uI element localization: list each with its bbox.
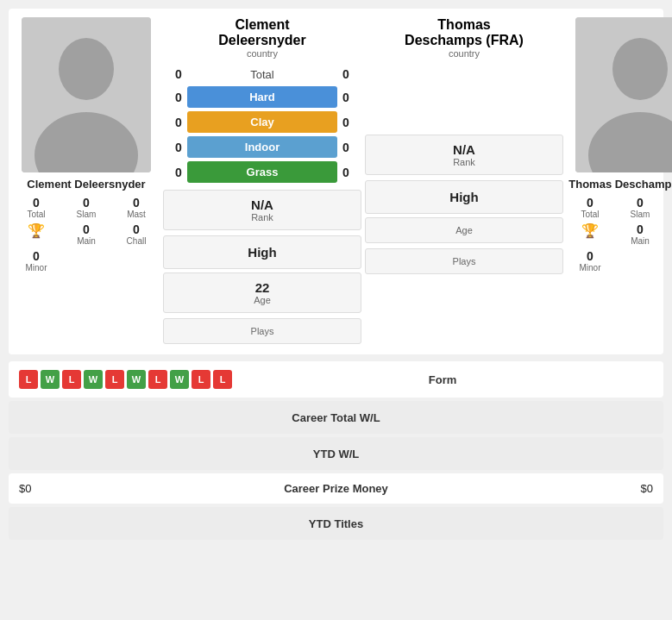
player1-high-block: High: [163, 235, 361, 269]
player1-minor-cell: 0 Minor: [13, 249, 60, 272]
player2-plays-block: Plays: [365, 248, 563, 274]
total-label: Total: [187, 68, 337, 81]
player1-avatar: [22, 17, 151, 172]
player2-info-blocks: N/A Rank: [365, 133, 563, 177]
player1-mast-label: Mast: [127, 210, 146, 219]
player2-header: ThomasDeschamps (FRA) country: [365, 17, 563, 59]
form-badge-l: L: [19, 370, 38, 389]
player1-total-value: 0: [33, 196, 40, 210]
svg-point-4: [612, 38, 668, 100]
form-badge-l: L: [148, 370, 167, 389]
player1-card: Clement Deleersnyder 0 Total 0 Slam 0 Ma…: [13, 17, 160, 346]
player2-rank-value: N/A: [373, 142, 556, 157]
player1-slam-value: 0: [83, 196, 90, 210]
form-badge-l: L: [62, 370, 81, 389]
hard-right: 0: [337, 91, 355, 104]
player1-age-block: 22 Age: [163, 272, 361, 313]
player2-chall-cell: 0 Chall: [667, 222, 672, 246]
total-row: 0 Total 0: [163, 64, 361, 85]
form-badge-w: W: [170, 370, 189, 389]
player1-total-cell: 0 Total: [13, 196, 60, 219]
comparison-section: Clement Deleersnyder 0 Total 0 Slam 0 Ma…: [9, 9, 663, 354]
ytd-titles-section: YTD Titles: [9, 507, 663, 540]
ytd-wl-section: YTD W/L: [9, 437, 663, 470]
form-badge-l: L: [192, 370, 210, 389]
player1-mast-cell: 0 Mast: [113, 196, 160, 219]
grass-right: 0: [337, 166, 355, 179]
player2-mast-cell: 0 Mast: [667, 196, 672, 219]
career-prize-section: $0 Career Prize Money $0: [9, 473, 663, 504]
player2-total-value: 0: [587, 196, 593, 210]
clay-right: 0: [337, 116, 355, 129]
player1-plays-label: Plays: [171, 326, 354, 336]
player1-country-label: country: [163, 48, 361, 59]
player2-slam-value: 0: [637, 196, 644, 210]
player1-prize: $0: [19, 482, 31, 495]
player2-total-label: Total: [581, 210, 599, 219]
career-total-wl-section: Career Total W/L: [9, 401, 663, 434]
player2-age-label: Age: [373, 225, 556, 235]
player2-minor-cell: 0 Minor: [567, 249, 613, 272]
player2-high-value: High: [373, 190, 556, 204]
surface-grass-row: 0 Grass 0: [163, 160, 361, 185]
player1-age-value: 22: [171, 280, 354, 295]
hard-btn: Hard: [187, 86, 337, 108]
player1-chall-value: 0: [133, 222, 140, 236]
svg-point-1: [59, 38, 114, 100]
player1-header: ClementDeleersnyder country: [163, 17, 361, 59]
indoor-btn: Indoor: [187, 136, 337, 158]
player2-country-label: country: [365, 48, 563, 59]
player1-info-blocks: N/A Rank: [163, 188, 361, 232]
surface-hard-row: 0 Hard 0: [163, 85, 361, 110]
player2-plays-label: Plays: [373, 256, 556, 266]
player2-header-name: ThomasDeschamps (FRA): [365, 17, 563, 48]
player1-chall-cell: 0 Chall: [113, 222, 160, 246]
player2-age-block: Age: [365, 217, 563, 243]
form-badge-w: W: [41, 370, 60, 389]
form-section: LWLWLWLWLL Form: [9, 361, 663, 398]
indoor-right: 0: [337, 141, 355, 154]
player1-trophy-cell: 🏆: [13, 222, 60, 246]
career-prize-label: Career Prize Money: [284, 482, 388, 495]
player2-minor-value: 0: [587, 249, 593, 263]
ytd-titles-label: YTD Titles: [309, 517, 363, 530]
player2-prize: $0: [641, 482, 653, 495]
player2-slam-label: Slam: [631, 210, 650, 219]
player1-main-cell: 0 Main: [63, 222, 110, 246]
player2-trophy-cell: 🏆: [567, 222, 613, 246]
player2-main-value: 0: [637, 222, 644, 236]
player1-main-label: Main: [77, 236, 96, 246]
clay-btn: Clay: [187, 111, 337, 133]
surface-clay-row: 0 Clay 0: [163, 110, 361, 135]
clay-left: 0: [170, 116, 187, 129]
player1-rank-block: N/A Rank: [163, 190, 361, 230]
player2-main-label: Main: [631, 236, 650, 246]
form-badge-l: L: [213, 370, 232, 389]
player2-stats-grid: 0 Total 0 Slam 0 Mast 🏆 0: [567, 196, 672, 272]
player1-high-value: High: [171, 245, 354, 260]
player2-avatar: [575, 17, 672, 172]
player1-mast-value: 0: [133, 196, 140, 210]
form-badges-left: LWLWLWLWLL: [19, 370, 232, 389]
surface-indoor-row: 0 Indoor 0: [163, 135, 361, 160]
player1-minor-label: Minor: [25, 263, 47, 272]
player1-plays-block: Plays: [163, 318, 361, 344]
player1-trophy-icon: 🏆: [28, 222, 45, 239]
player2-total-cell: 0 Total: [567, 196, 613, 219]
player2-rank-label: Rank: [373, 157, 556, 167]
player1-chall-label: Chall: [127, 236, 147, 246]
indoor-left: 0: [170, 141, 187, 154]
player1-header-name: ClementDeleersnyder: [163, 17, 361, 48]
grass-btn: Grass: [187, 161, 337, 183]
player1-stats-grid: 0 Total 0 Slam 0 Mast 🏆 0: [13, 196, 160, 272]
right-column: ThomasDeschamps (FRA) country N/A Rank H…: [365, 17, 563, 346]
player1-rank-label: Rank: [171, 212, 354, 222]
player2-main-cell: 0 Main: [617, 222, 663, 246]
player1-name: Clement Deleersnyder: [27, 178, 145, 191]
total-left: 0: [170, 67, 187, 81]
player1-rank-value: N/A: [171, 197, 354, 212]
player2-slam-cell: 0 Slam: [617, 196, 663, 219]
form-badge-l: L: [105, 370, 124, 389]
career-total-wl-label: Career Total W/L: [292, 411, 380, 424]
player2-name: Thomas Deschamps (FRA): [568, 178, 672, 191]
